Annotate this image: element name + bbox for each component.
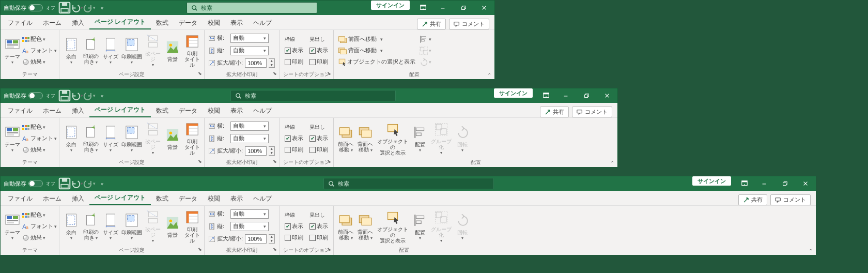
scale-spinner[interactable]: 100% xyxy=(245,234,267,244)
gridlines-view-checkbox[interactable]: ✔表示 xyxy=(285,45,303,56)
tab-help[interactable]: ヘルプ xyxy=(248,104,277,117)
dialog-launcher-icon[interactable]: ⬊ xyxy=(326,159,332,165)
search-input[interactable]: 検索 xyxy=(187,2,317,13)
restore-button[interactable] xyxy=(453,1,474,15)
collapse-ribbon-icon[interactable]: ⌃ xyxy=(809,248,813,254)
restore-button[interactable] xyxy=(774,176,795,191)
tab-file[interactable]: ファイル xyxy=(3,17,38,29)
save-icon[interactable] xyxy=(58,89,71,102)
headings-view-checkbox[interactable]: ✔表示 xyxy=(309,45,328,56)
gridlines-view-checkbox[interactable]: ✔表示 xyxy=(285,133,303,144)
tab-insert[interactable]: 挿入 xyxy=(67,17,89,29)
bring-forward-button[interactable]: 前面へ移動 ▾ xyxy=(336,120,355,157)
tab-review[interactable]: 校閲 xyxy=(203,17,225,29)
redo-icon[interactable]: ▾ xyxy=(83,2,96,14)
tab-home[interactable]: ホーム xyxy=(38,104,67,117)
signin-button[interactable]: サインイン xyxy=(692,176,731,186)
undo-icon[interactable]: ▾ xyxy=(71,177,83,190)
ribbon-display-options-icon[interactable] xyxy=(537,88,555,103)
qat-customize-icon[interactable]: ▿ xyxy=(96,2,108,14)
tab-data[interactable]: データ xyxy=(174,104,203,117)
fonts-button[interactable]: フォント▾ xyxy=(22,221,57,232)
signin-button[interactable]: サインイン xyxy=(494,88,533,98)
tab-insert[interactable]: 挿入 xyxy=(67,104,89,117)
dialog-launcher-icon[interactable]: ⬊ xyxy=(272,159,278,165)
dialog-launcher-icon[interactable]: ⬊ xyxy=(272,247,278,253)
colors-button[interactable]: 配色▾ xyxy=(22,34,57,45)
height-combo[interactable]: 自動▾ xyxy=(230,222,269,231)
print-titles-button[interactable]: 印刷タイトル xyxy=(182,120,202,157)
tab-page-layout[interactable]: ページ レイアウト xyxy=(89,16,151,29)
fonts-button[interactable]: フォント▾ xyxy=(22,133,57,144)
orientation-button[interactable]: 印刷の向き ▾ xyxy=(81,208,101,245)
effects-button[interactable]: 効果▾ xyxy=(22,144,57,156)
dialog-launcher-icon[interactable]: ⬊ xyxy=(197,159,203,165)
comments-button[interactable]: コメント xyxy=(572,107,612,117)
minimize-button[interactable] xyxy=(555,88,576,103)
qat-customize-icon[interactable]: ▿ xyxy=(96,89,108,102)
margins-button[interactable]: 余白▾ xyxy=(61,32,81,69)
redo-icon[interactable]: ▾ xyxy=(83,177,96,190)
breaks-button[interactable]: 改ページ▾ xyxy=(143,120,163,157)
collapse-ribbon-icon[interactable]: ⌃ xyxy=(487,72,491,78)
close-button[interactable] xyxy=(795,176,816,191)
width-combo[interactable]: 自動▾ xyxy=(230,122,269,131)
ribbon-display-options-icon[interactable] xyxy=(414,1,432,15)
colors-button[interactable]: 配色▾ xyxy=(22,209,57,221)
height-combo[interactable]: 自動▾ xyxy=(230,46,269,55)
gridlines-view-checkbox[interactable]: ✔表示 xyxy=(285,221,303,232)
minimize-button[interactable] xyxy=(754,176,774,191)
background-button[interactable]: 背景 xyxy=(163,208,182,245)
tab-formulas[interactable]: 数式 xyxy=(151,104,174,117)
orientation-button[interactable]: 印刷の向き ▾ xyxy=(81,32,101,69)
background-button[interactable]: 背景 xyxy=(163,32,182,69)
tab-review[interactable]: 校閲 xyxy=(203,104,225,117)
share-button[interactable]: 共有 xyxy=(738,194,767,205)
tab-file[interactable]: ファイル xyxy=(3,104,38,117)
headings-view-checkbox[interactable]: ✔表示 xyxy=(309,133,328,144)
scale-spinner[interactable]: 100% xyxy=(245,58,267,68)
margins-button[interactable]: 余白▾ xyxy=(61,208,81,245)
width-combo[interactable]: 自動▾ xyxy=(230,34,269,43)
search-input[interactable]: 検索 xyxy=(230,90,396,101)
tab-help[interactable]: ヘルプ xyxy=(248,17,277,29)
restore-button[interactable] xyxy=(576,88,597,103)
send-backward-button[interactable]: 背面へ移動 ▾ xyxy=(338,45,415,56)
print-titles-button[interactable]: 印刷タイトル xyxy=(182,208,202,245)
tab-help[interactable]: ヘルプ xyxy=(248,192,277,205)
breaks-button[interactable]: 改ページ▾ xyxy=(143,208,163,245)
gridlines-print-checkbox[interactable]: 印刷 xyxy=(285,232,303,244)
ribbon-display-options-icon[interactable] xyxy=(735,176,754,191)
share-button[interactable]: 共有 xyxy=(540,107,569,117)
tab-data[interactable]: データ xyxy=(174,192,203,205)
comments-button[interactable]: コメント xyxy=(770,194,811,205)
tab-view[interactable]: 表示 xyxy=(225,104,248,117)
tab-formulas[interactable]: 数式 xyxy=(151,17,174,29)
rotate-button[interactable]: 回転▾ xyxy=(453,120,472,157)
size-button[interactable]: サイズ▾ xyxy=(101,32,120,69)
margins-button[interactable]: 余白▾ xyxy=(61,120,81,157)
background-button[interactable]: 背景 xyxy=(163,120,182,157)
bring-forward-button[interactable]: 前面へ移動 ▾ xyxy=(336,208,355,245)
tab-page-layout[interactable]: ページ レイアウト xyxy=(89,191,151,205)
headings-print-checkbox[interactable]: 印刷 xyxy=(309,56,328,68)
undo-icon[interactable]: ▾ xyxy=(71,89,83,102)
tab-home[interactable]: ホーム xyxy=(38,17,67,29)
spinner-arrows[interactable]: ▲▼ xyxy=(269,146,275,156)
breaks-button[interactable]: 改ページ▾ xyxy=(143,32,163,69)
tab-home[interactable]: ホーム xyxy=(38,192,67,205)
signin-button[interactable]: サインイン xyxy=(371,1,410,10)
dialog-launcher-icon[interactable]: ⬊ xyxy=(197,71,203,77)
tab-insert[interactable]: 挿入 xyxy=(67,192,89,205)
rotate-compact-button[interactable]: ▾ xyxy=(420,56,431,68)
themes-button[interactable]: テーマ▾ xyxy=(3,120,22,157)
selection-pane-button[interactable]: オブジェクトの選択と表示 xyxy=(375,208,410,245)
themes-button[interactable]: テーマ▾ xyxy=(3,32,22,69)
effects-button[interactable]: 効果▾ xyxy=(22,56,57,68)
tab-review[interactable]: 校閲 xyxy=(203,192,225,205)
selection-pane-button[interactable]: オブジェクトの選択と表示 xyxy=(338,56,415,68)
send-backward-button[interactable]: 背面へ移動 ▾ xyxy=(355,208,375,245)
spinner-arrows[interactable]: ▲▼ xyxy=(269,58,275,68)
orientation-button[interactable]: 印刷の向き ▾ xyxy=(81,120,101,157)
save-icon[interactable] xyxy=(58,2,71,14)
